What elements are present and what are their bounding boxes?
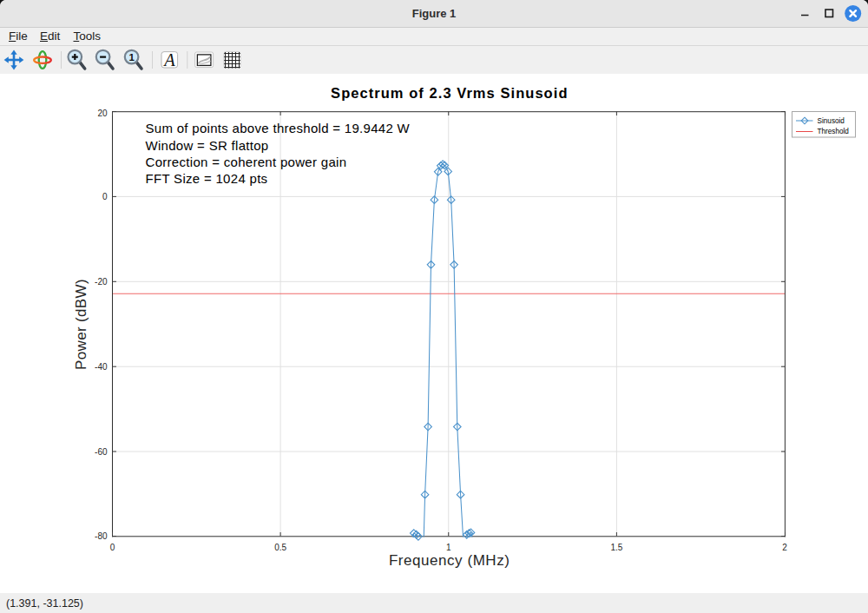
svg-text:Sum of points above threshold: Sum of points above threshold = 19.9442 … [146,121,411,135]
svg-text:FFT Size = 1024 pts: FFT Size = 1024 pts [146,171,268,186]
svg-text:20: 20 [97,109,108,118]
svg-text:-20: -20 [95,277,108,287]
svg-text:2: 2 [782,543,787,552]
svg-text:1.5: 1.5 [610,543,622,552]
svg-text:1: 1 [128,52,135,63]
svg-text:0.5: 0.5 [274,543,286,552]
svg-text:1: 1 [446,543,451,552]
svg-text:0: 0 [102,192,108,201]
svg-text:Correction = coherent power ga: Correction = coherent power gain [146,155,347,169]
svg-text:Sinusoid: Sinusoid [818,117,845,125]
svg-text:Threshold: Threshold [818,128,850,135]
svg-text:Window = SR flattop: Window = SR flattop [146,138,269,153]
svg-text:Spectrum of 2.3 Vrms Sinusoid: Spectrum of 2.3 Vrms Sinusoid [331,85,568,101]
svg-text:Frequency (MHz): Frequency (MHz) [389,552,510,569]
svg-text:0: 0 [110,543,115,552]
svg-text:A: A [162,50,175,69]
svg-text:-80: -80 [95,531,108,541]
svg-text:-60: -60 [95,447,108,457]
svg-text:Power (dBW): Power (dBW) [73,279,89,370]
svg-text:-40: -40 [95,362,108,372]
